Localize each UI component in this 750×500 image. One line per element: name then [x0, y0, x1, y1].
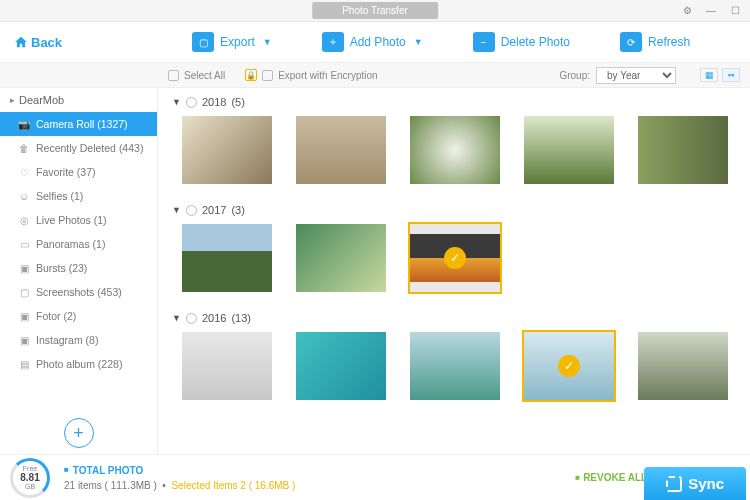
add-photo-button[interactable]: ＋ Add Photo ▼	[322, 32, 423, 52]
year-header[interactable]: ▼ 2017 (3)	[172, 200, 750, 220]
sidebar-item-label: Selfies (1)	[36, 190, 83, 202]
encrypt-checkbox[interactable]	[262, 70, 273, 81]
year-header[interactable]: ▼ 2016 (13)	[172, 308, 750, 328]
photo-thumb[interactable]	[638, 332, 728, 400]
camera-icon: 📷	[18, 118, 30, 130]
sidebar-item-label: Screenshots (453)	[36, 286, 122, 298]
year-header[interactable]: ▼ 2018 (5)	[172, 92, 750, 112]
photo-thumb[interactable]	[410, 224, 500, 292]
sidebar-item-label: Live Photos (1)	[36, 214, 107, 226]
photo-thumb[interactable]	[524, 116, 614, 184]
year-checkbox[interactable]	[186, 97, 197, 108]
sidebar-item-label: Camera Roll (1327)	[36, 118, 128, 130]
live-icon: ◎	[18, 214, 30, 226]
encrypt-label: Export with Encryption	[278, 70, 378, 81]
lock-icon[interactable]: 🔒	[245, 69, 257, 81]
sidebar: DearMob 📷Camera Roll (1327) 🗑Recently De…	[0, 88, 158, 454]
year-count: (13)	[231, 312, 251, 324]
sidebar-item-label: Panoramas (1)	[36, 238, 105, 250]
year-group-2018: ▼ 2018 (5)	[172, 92, 750, 194]
gb-unit: GB	[25, 483, 35, 490]
total-line: 21 items ( 111.3MB )	[64, 480, 157, 491]
sidebar-item-label: Instagram (8)	[36, 334, 98, 346]
heart-icon: ♡	[18, 166, 30, 178]
refresh-icon: ⟳	[620, 32, 642, 52]
status-bar: Free 8.81 GB TOTAL PHOTO 21 items ( 111.…	[0, 454, 750, 500]
year-count: (3)	[231, 204, 244, 216]
settings-icon[interactable]: ⚙	[680, 4, 694, 18]
window-title: Photo Transfer	[312, 2, 438, 19]
sidebar-item-bursts[interactable]: ▣Bursts (23)	[0, 256, 157, 280]
revoke-label: REVOKE ALL	[583, 472, 647, 483]
free-gb: 8.81	[20, 472, 39, 483]
sidebar-item-favorite[interactable]: ♡Favorite (37)	[0, 160, 157, 184]
add-photo-icon: ＋	[322, 32, 344, 52]
refresh-label: Refresh	[648, 35, 690, 49]
sidebar-item-live-photos[interactable]: ◎Live Photos (1)	[0, 208, 157, 232]
year-group-2017: ▼ 2017 (3)	[172, 200, 750, 302]
device-name[interactable]: DearMob	[0, 88, 157, 112]
home-icon	[14, 35, 28, 49]
photo-thumb[interactable]	[182, 116, 272, 184]
sidebar-item-fotor[interactable]: ▣Fotor (2)	[0, 304, 157, 328]
year-group-2016: ▼ 2016 (13)	[172, 308, 750, 410]
delete-photo-button[interactable]: − Delete Photo	[473, 32, 570, 52]
photo-thumb[interactable]	[410, 116, 500, 184]
photo-thumb[interactable]	[638, 116, 728, 184]
chevron-down-icon: ▼	[172, 205, 181, 215]
sidebar-item-instagram[interactable]: ▣Instagram (8)	[0, 328, 157, 352]
photo-grid: ▼ 2018 (5) ▼ 2017 (3)	[158, 88, 750, 454]
view-small-button[interactable]: ▪▪	[722, 68, 740, 82]
sidebar-item-photo-album[interactable]: ▤Photo album (228)	[0, 352, 157, 376]
sidebar-item-label: Bursts (23)	[36, 262, 87, 274]
photo-thumb[interactable]	[296, 116, 386, 184]
storage-meter: Free 8.81 GB	[10, 458, 50, 498]
year-count: (5)	[231, 96, 244, 108]
revoke-all-button[interactable]: REVOKE ALL	[575, 472, 647, 483]
back-button[interactable]: Back	[14, 35, 62, 50]
add-album-button[interactable]: +	[64, 418, 94, 448]
sidebar-item-label: Fotor (2)	[36, 310, 76, 322]
screen-icon: ▢	[18, 286, 30, 298]
year-checkbox[interactable]	[186, 205, 197, 216]
sync-icon	[666, 476, 682, 492]
sync-button[interactable]: Sync	[644, 467, 746, 500]
add-photo-label: Add Photo	[350, 35, 406, 49]
sidebar-item-panoramas[interactable]: ▭Panoramas (1)	[0, 232, 157, 256]
sidebar-item-screenshots[interactable]: ▢Screenshots (453)	[0, 280, 157, 304]
free-label: Free	[23, 465, 37, 472]
view-large-button[interactable]: ▦	[700, 68, 718, 82]
photo-thumb[interactable]	[296, 224, 386, 292]
maximize-button[interactable]: ☐	[728, 4, 742, 18]
minimize-button[interactable]: —	[704, 4, 718, 18]
folder-icon: ▣	[18, 334, 30, 346]
main-toolbar: Back ▢ Export ▼ ＋ Add Photo ▼ − Delete P…	[0, 22, 750, 62]
group-select[interactable]: by Year	[596, 67, 676, 84]
sidebar-item-recently-deleted[interactable]: 🗑Recently Deleted (443)	[0, 136, 157, 160]
photo-thumb[interactable]	[182, 332, 272, 400]
album-list: 📷Camera Roll (1327) 🗑Recently Deleted (4…	[0, 112, 157, 412]
select-all-label: Select All	[184, 70, 225, 81]
photo-thumb[interactable]	[182, 224, 272, 292]
album-icon: ▤	[18, 358, 30, 370]
refresh-button[interactable]: ⟳ Refresh	[620, 32, 690, 52]
title-bar: Photo Transfer ⚙ — ☐	[0, 0, 750, 22]
burst-icon: ▣	[18, 262, 30, 274]
pano-icon: ▭	[18, 238, 30, 250]
photo-thumb[interactable]	[410, 332, 500, 400]
sidebar-item-label: Favorite (37)	[36, 166, 96, 178]
photo-thumb[interactable]	[296, 332, 386, 400]
sidebar-item-camera-roll[interactable]: 📷Camera Roll (1327)	[0, 112, 157, 136]
chevron-down-icon: ▼	[172, 97, 181, 107]
sync-label: Sync	[688, 475, 724, 492]
photo-thumb[interactable]	[524, 332, 614, 400]
year-checkbox[interactable]	[186, 313, 197, 324]
year-label: 2018	[202, 96, 226, 108]
select-all-checkbox[interactable]	[168, 70, 179, 81]
year-label: 2017	[202, 204, 226, 216]
stats: TOTAL PHOTO 21 items ( 111.3MB ) • Selec…	[64, 463, 295, 493]
export-button[interactable]: ▢ Export ▼	[192, 32, 272, 52]
sidebar-item-selfies[interactable]: ☺Selfies (1)	[0, 184, 157, 208]
sidebar-item-label: Photo album (228)	[36, 358, 122, 370]
total-label: TOTAL PHOTO	[73, 463, 143, 478]
